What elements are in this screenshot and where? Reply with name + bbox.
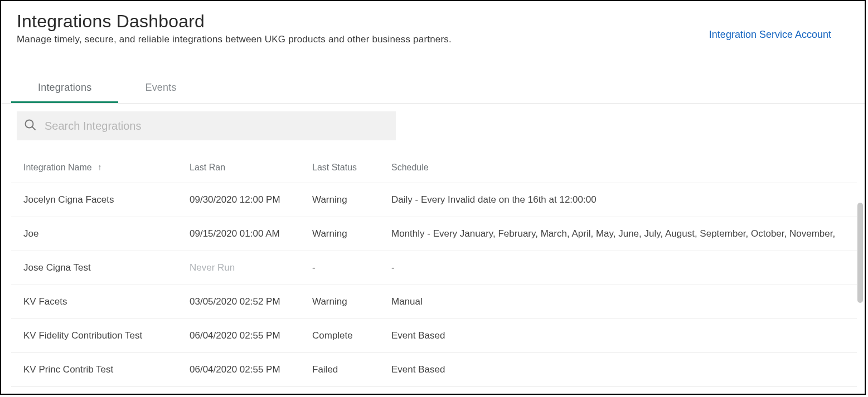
- col-header-last-status[interactable]: Last Status: [300, 157, 379, 183]
- col-header-label: Integration Name: [23, 163, 92, 172]
- cell-last-status: Warning: [300, 285, 379, 319]
- app-frame: Integrations Dashboard Manage timely, se…: [0, 0, 866, 395]
- cell-schedule: Monthly - Every January, February, March…: [379, 217, 857, 251]
- cell-last-status: Warning: [300, 217, 379, 251]
- col-header-schedule[interactable]: Schedule: [379, 157, 857, 183]
- table-row[interactable]: Joe09/15/2020 01:00 AMWarningMonthly - E…: [11, 217, 857, 251]
- cell-last-ran: 03/05/2020 02:52 PM: [177, 285, 300, 319]
- cell-schedule: -: [379, 251, 857, 285]
- cell-last-ran: Never Run: [177, 251, 300, 285]
- cell-schedule: Event Based: [379, 353, 857, 387]
- cell-last-ran: 09/15/2020 01:00 AM: [177, 217, 300, 251]
- table-row[interactable]: Jocelyn Cigna Facets09/30/2020 12:00 PMW…: [11, 183, 857, 217]
- cell-schedule: Daily - Every Invalid date on the 16th a…: [379, 183, 857, 217]
- tab-integrations[interactable]: Integrations: [11, 74, 118, 103]
- cell-integration-name: Jose Cigna Test: [11, 251, 177, 285]
- cell-integration-name: KV Fidelity Contribution Test: [11, 319, 177, 353]
- scrollbar-thumb[interactable]: [857, 203, 863, 303]
- sort-asc-icon: ↑: [98, 162, 102, 171]
- search-bar[interactable]: [17, 111, 396, 140]
- page-header: Integrations Dashboard Manage timely, se…: [1, 1, 865, 45]
- table-row[interactable]: KV Princ Contrib Test06/04/2020 02:55 PM…: [11, 353, 857, 387]
- cell-integration-name: Joe: [11, 217, 177, 251]
- tab-events[interactable]: Events: [118, 74, 203, 103]
- cell-integration-name: KV Facets: [11, 285, 177, 319]
- table-header-row: Integration Name ↑ Last Ran Last Status …: [11, 157, 857, 183]
- search-icon: [23, 118, 37, 134]
- cell-schedule: Manual: [379, 285, 857, 319]
- integrations-table: Integration Name ↑ Last Ran Last Status …: [11, 157, 857, 387]
- cell-last-ran: 06/04/2020 02:55 PM: [177, 353, 300, 387]
- table-row[interactable]: Jose Cigna TestNever Run--: [11, 251, 857, 285]
- cell-integration-name: KV Princ Contrib Test: [11, 353, 177, 387]
- cell-last-status: -: [300, 251, 379, 285]
- cell-last-ran: 09/30/2020 12:00 PM: [177, 183, 300, 217]
- col-header-last-ran[interactable]: Last Ran: [177, 157, 300, 183]
- svg-line-1: [32, 127, 35, 130]
- search-input[interactable]: [37, 111, 389, 140]
- cell-last-status: Warning: [300, 183, 379, 217]
- cell-schedule: Event Based: [379, 319, 857, 353]
- integration-service-account-link[interactable]: Integration Service Account: [709, 29, 831, 41]
- table-row[interactable]: KV Facets03/05/2020 02:52 PMWarningManua…: [11, 285, 857, 319]
- cell-last-status: Failed: [300, 353, 379, 387]
- cell-last-ran: 06/04/2020 02:55 PM: [177, 319, 300, 353]
- cell-integration-name: Jocelyn Cigna Facets: [11, 183, 177, 217]
- col-header-integration-name[interactable]: Integration Name ↑: [11, 157, 177, 183]
- tabs: Integrations Events: [1, 74, 865, 104]
- table-row[interactable]: KV Fidelity Contribution Test06/04/2020 …: [11, 319, 857, 353]
- cell-last-status: Complete: [300, 319, 379, 353]
